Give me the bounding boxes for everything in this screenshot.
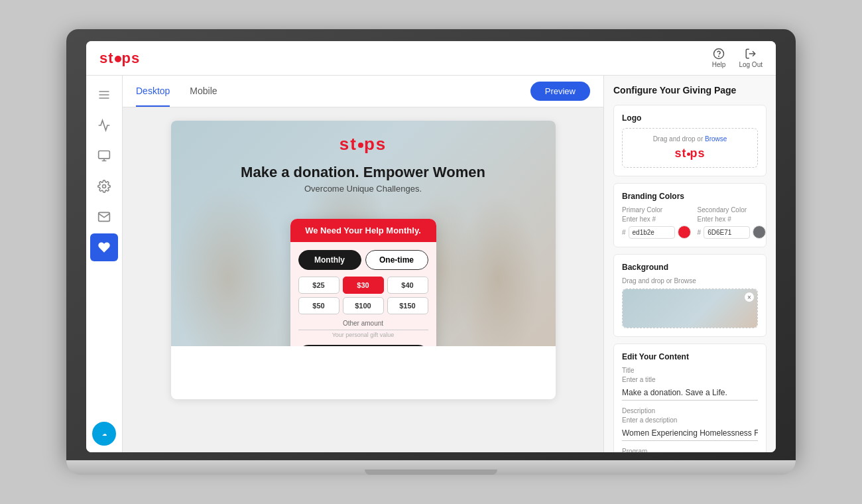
preview-tabs-bar: Desktop Mobile Preview (123, 76, 603, 107)
branding-colors-row: Primary Color Enter hex # # (622, 206, 758, 239)
program-field-group: Program Homelessness Education Health (622, 448, 758, 452)
sidebar-item-menu[interactable] (90, 81, 118, 109)
primary-hex-input[interactable] (629, 226, 675, 239)
app-logo: stps (99, 50, 140, 67)
salesforce-icon: ☁ (95, 427, 113, 440)
bg-upload-text: Drag and drop or (622, 277, 672, 284)
description-field-placeholder-label: Enter a description (622, 416, 758, 424)
description-field-input[interactable] (622, 426, 758, 441)
giving-page-preview: stps Make a donation. Empower Women Over… (171, 121, 556, 399)
main-layout: ☁ Desktop Mobile Preview (86, 76, 776, 452)
giving-logo-dot (358, 143, 363, 148)
sidebar-item-analytics[interactable] (90, 111, 118, 139)
secondary-color-swatch[interactable] (753, 225, 766, 239)
program-field-label: Program (622, 448, 758, 452)
freq-monthly[interactable]: Monthly (298, 250, 361, 270)
content-area: Desktop Mobile Preview (123, 76, 776, 452)
amount-btn-25[interactable]: $25 (298, 277, 339, 294)
giving-page-title-area: stps Make a donation. Empower Women Over… (171, 134, 556, 194)
primary-color-swatch[interactable] (678, 225, 691, 239)
amount-btn-100[interactable]: $100 (343, 297, 384, 314)
amount-btn-50[interactable]: $50 (298, 297, 339, 314)
top-bar: stps Help (86, 41, 776, 76)
svg-text:☁: ☁ (102, 432, 107, 436)
secondary-hash: # (698, 229, 702, 236)
logout-button[interactable]: Log Out (739, 48, 763, 68)
secondary-hex-input[interactable] (704, 226, 750, 239)
preview-content: stps Make a donation. Empower Women Over… (123, 107, 603, 452)
title-field-input[interactable] (622, 385, 758, 401)
amount-btn-30[interactable]: $30 (343, 277, 384, 294)
logo-preview-dot (687, 153, 690, 156)
amount-btn-40[interactable]: $40 (387, 277, 428, 294)
top-bar-right: Help Log Out (712, 48, 763, 68)
config-logo-section: Logo Drag and drop or Browse stps (613, 105, 767, 176)
logo-upload-text: Drag and drop or (653, 135, 704, 143)
heart-icon (97, 241, 111, 254)
background-section-title: Background (622, 263, 758, 272)
title-field-group: Title Enter a title (622, 367, 758, 401)
bg-browse-link[interactable]: Browse (674, 277, 696, 284)
help-button[interactable]: Help (712, 48, 726, 68)
other-amount-placeholder: Your personal gift value (298, 332, 428, 338)
primary-color-label: Primary Color (622, 206, 691, 214)
sidebar-item-settings[interactable] (90, 172, 118, 200)
background-upload-area[interactable]: × (622, 288, 758, 328)
sidebar-item-campaigns[interactable] (90, 142, 118, 170)
svg-point-9 (103, 185, 106, 188)
primary-hash: # (622, 229, 626, 236)
svg-point-1 (719, 56, 719, 56)
sidebar-item-messages[interactable] (90, 203, 118, 231)
preview-panel: Desktop Mobile Preview (123, 76, 603, 452)
logo-upload-area[interactable]: Drag and drop or Browse stps (622, 128, 758, 168)
logo-browse-link[interactable]: Browse (705, 135, 727, 143)
config-background-section: Background Drag and drop or Browse × (613, 254, 767, 337)
analytics-icon (97, 119, 111, 132)
amount-grid: $25 $30 $40 $50 $100 $150 (298, 277, 428, 314)
config-panel: Configure Your Giving Page Logo Drag and… (603, 76, 776, 452)
title-field-placeholder-label: Enter a title (622, 376, 758, 383)
payment-info-button[interactable]: Payment Info › (298, 345, 428, 346)
donation-card: We Need Your Help Monthly. Monthly One-t… (290, 219, 436, 346)
logout-label: Log Out (739, 61, 763, 68)
logo-dot (115, 56, 121, 62)
amount-btn-150[interactable]: $150 (387, 297, 428, 314)
tab-desktop[interactable]: Desktop (136, 76, 170, 107)
description-field-group: Description Enter a description (622, 407, 758, 441)
giving-page-headline: Make a donation. Empower Women (171, 164, 556, 181)
giving-page-background: stps Make a donation. Empower Women Over… (171, 121, 556, 346)
sidebar-item-giving[interactable] (90, 233, 118, 261)
logout-icon (745, 48, 757, 60)
other-amount-label: Other amount (298, 320, 428, 330)
giving-page-subhead: Overcome Unique Challenges. (171, 184, 556, 194)
help-icon (713, 48, 725, 60)
messages-icon (97, 210, 111, 223)
background-preview-image (623, 289, 757, 328)
laptop-screen-border: stps Help (66, 29, 796, 460)
primary-color-input-row: # (622, 225, 691, 239)
description-field-label: Description (622, 407, 758, 414)
background-remove-button[interactable]: × (744, 292, 755, 302)
laptop-screen-inner: stps Help (86, 41, 776, 452)
primary-hex-label: Enter hex # (622, 216, 691, 223)
branding-section-title: Branding Colors (622, 192, 758, 201)
secondary-color-input-row: # (698, 225, 767, 239)
svg-rect-6 (99, 151, 110, 159)
preview-button[interactable]: Preview (530, 82, 590, 101)
frequency-tabs: Monthly One-time (298, 250, 428, 270)
sidebar-salesforce-logo[interactable]: ☁ (92, 422, 116, 446)
tab-mobile[interactable]: Mobile (190, 76, 217, 107)
title-field-label: Title (622, 367, 758, 374)
donation-card-body: Monthly One-time $25 $30 $40 (290, 242, 436, 346)
giving-page-logo: stps (171, 134, 556, 155)
config-content-section: Edit Your Content Title Enter a title De… (613, 344, 767, 452)
help-label: Help (712, 61, 726, 68)
config-branding-section: Branding Colors Primary Color Enter hex … (613, 183, 767, 247)
sidebar: ☁ (86, 76, 123, 452)
menu-icon (97, 88, 111, 101)
primary-color-col: Primary Color Enter hex # # (622, 206, 691, 239)
laptop-shell: stps Help (66, 29, 796, 475)
freq-onetime[interactable]: One-time (365, 250, 428, 270)
config-title: Configure Your Giving Page (613, 85, 767, 95)
logo-section-title: Logo (622, 113, 758, 123)
